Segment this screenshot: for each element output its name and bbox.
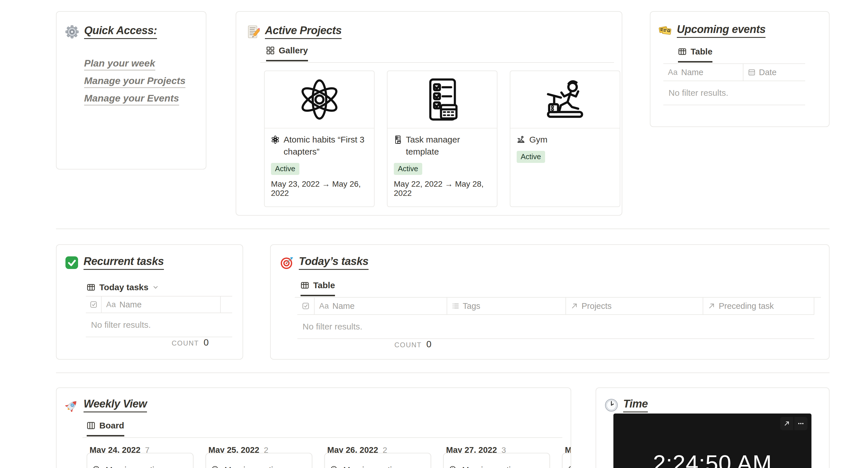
- tab-board[interactable]: Board: [87, 421, 124, 436]
- column-header-preceding-task[interactable]: Preceding task: [703, 298, 814, 314]
- tab-table-label: Table: [691, 47, 712, 57]
- gallery-icon: [266, 46, 275, 55]
- count-summary[interactable]: COUNT 0: [351, 339, 431, 349]
- view-selector-label: Today tasks: [99, 282, 148, 292]
- view-selector-today-tasks[interactable]: Today tasks: [87, 282, 159, 292]
- column-header-name[interactable]: Aa Name: [315, 298, 447, 314]
- project-dates: May 23, 2022 → May 26, 2022: [271, 179, 368, 198]
- clock-display: 2:24:50 AM: [613, 450, 811, 468]
- embed-controls: [780, 417, 807, 430]
- clock-icon: [605, 399, 618, 412]
- text-icon: Aa: [319, 302, 329, 310]
- board-card-morning-routine[interactable]: Morning routine: [87, 453, 193, 468]
- morning-routine-icon: [211, 465, 220, 468]
- calendar-icon: [748, 69, 755, 76]
- board-card-title: Morning routine: [105, 465, 164, 468]
- column-header-date[interactable]: Date: [743, 64, 805, 80]
- project-dates: May 22, 2022 → May 28, 2022: [394, 179, 491, 198]
- board-card-title: Morning routine: [462, 465, 520, 468]
- memo-icon: [246, 25, 260, 39]
- tab-divider: [260, 62, 614, 63]
- link-manage-your-projects[interactable]: Manage your Projects: [84, 75, 185, 88]
- treadmill-icon: [517, 135, 525, 143]
- board-card-title: Morning routine: [224, 465, 282, 468]
- check-icon: [65, 256, 79, 269]
- upcoming-events-title: Upcoming events: [677, 23, 766, 38]
- table-header-row: Aa Name Date: [663, 64, 805, 81]
- tab-board-label: Board: [99, 421, 124, 430]
- relation-icon: [570, 302, 578, 310]
- project-title: Atomic habits “First 3 chapters”: [284, 134, 368, 158]
- empty-results-text: No filter results.: [91, 320, 151, 330]
- link-plan-your-week[interactable]: Plan your week: [84, 58, 155, 71]
- tab-gallery[interactable]: Gallery: [266, 45, 308, 61]
- atom-icon: [271, 135, 280, 144]
- quick-access-title: Quick Access:: [84, 24, 157, 39]
- project-cover-gym: [510, 71, 620, 129]
- time-card: Time 2:2: [596, 388, 830, 468]
- column-header-checkbox[interactable]: [86, 297, 102, 312]
- board-card-morning-routine[interactable]: [562, 453, 571, 468]
- link-manage-your-events[interactable]: Manage your Events: [84, 93, 179, 105]
- column-header-name[interactable]: Aa Name: [663, 64, 743, 80]
- column-header-tags[interactable]: Tags: [447, 298, 566, 314]
- checkbox-icon: [90, 301, 97, 308]
- column-label: Name: [332, 301, 354, 311]
- more-button[interactable]: [794, 417, 807, 430]
- empty-results-text: No filter results.: [669, 88, 728, 98]
- more-icon: [797, 420, 804, 427]
- column-label: Name: [681, 68, 703, 77]
- column-label: Projects: [582, 301, 612, 311]
- text-icon: Aa: [668, 68, 678, 77]
- tab-divider: [82, 437, 562, 438]
- weekly-view-card: Weekly View Board May 24, 2022 7: [56, 388, 571, 468]
- weekly-view-title: Weekly View: [84, 398, 147, 412]
- clock-embed: 2:24:50 AM: [613, 413, 811, 468]
- board-card-title: Morning routine: [343, 465, 401, 468]
- morning-routine-icon: [449, 465, 458, 468]
- gear-icon: [65, 25, 79, 39]
- dashboard-page: Quick Access: Plan your week Manage your…: [0, 0, 868, 468]
- tab-table-label: Table: [313, 280, 335, 290]
- project-cover-atomic-habits: [265, 71, 374, 129]
- table-icon: [678, 47, 687, 56]
- upcoming-events-card: Upcoming events Table Aa Name: [650, 11, 830, 127]
- empty-results-row: No filter results.: [298, 315, 814, 339]
- empty-results-row: No filter results.: [86, 313, 232, 337]
- column-label: Tags: [463, 301, 480, 311]
- tab-gallery-label: Gallery: [279, 45, 308, 55]
- todays-tasks-title: Today’s tasks: [299, 255, 369, 270]
- time-title: Time: [623, 398, 648, 412]
- board-card-morning-routine[interactable]: Morning routine: [206, 453, 312, 468]
- column-header-name[interactable]: Aa Name: [102, 297, 221, 312]
- count-summary[interactable]: COUNT 0: [128, 337, 209, 348]
- column-header-stub: [221, 297, 232, 312]
- project-card-atomic-habits[interactable]: Atomic habits “First 3 chapters” Active …: [264, 71, 375, 207]
- board-card-morning-routine[interactable]: Morning routine: [443, 453, 550, 468]
- tab-table-todays[interactable]: Table: [301, 280, 335, 296]
- column-label: Name: [119, 300, 142, 309]
- morning-routine-icon: [92, 465, 102, 468]
- project-card-task-manager[interactable]: Task manager template Active May 22, 202…: [387, 71, 497, 207]
- column-header-projects[interactable]: Projects: [566, 298, 703, 314]
- dart-icon: [280, 256, 293, 269]
- active-projects-card: Active Projects Gallery: [236, 11, 622, 215]
- status-badge: Active: [394, 163, 422, 175]
- count-value: 0: [426, 339, 431, 349]
- table-icon: [87, 283, 95, 292]
- recurrent-tasks-title: Recurrent tasks: [84, 255, 164, 270]
- checkbox-icon: [302, 302, 309, 310]
- board-icon: [87, 421, 95, 430]
- quick-access-card: Quick Access: Plan your week Manage your…: [56, 11, 206, 169]
- project-card-gym[interactable]: Gym Active: [510, 71, 620, 207]
- tickets-icon: [658, 25, 672, 37]
- board-card-morning-routine[interactable]: Morning routine: [324, 453, 431, 468]
- column-header-checkbox[interactable]: [298, 298, 315, 314]
- count-value: 0: [204, 337, 209, 348]
- expand-button[interactable]: [780, 417, 794, 430]
- column-label: Preceding task: [719, 301, 774, 311]
- column-label: Date: [759, 68, 776, 77]
- tab-table-upcoming[interactable]: Table: [678, 47, 712, 63]
- active-projects-title: Active Projects: [265, 24, 342, 39]
- table-header-row: Aa Name Tags: [298, 298, 814, 315]
